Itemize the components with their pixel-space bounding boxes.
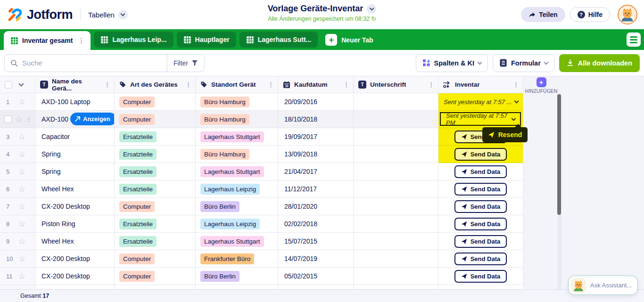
search-input[interactable]	[22, 59, 161, 67]
tab-inventar-gesamt[interactable]: Inventar gesamt⋮	[4, 31, 91, 50]
column-menu-icon[interactable]: ⋮	[267, 81, 275, 88]
column-header-inventar[interactable]: Inventar ⋮	[438, 76, 523, 93]
column-header-unterschrift[interactable]: T Unterschrift ⋮	[354, 76, 438, 93]
art-cell[interactable]: Computer	[115, 268, 196, 285]
kaufdatum-cell[interactable]: 05/02/2015	[278, 268, 354, 285]
column-header-art[interactable]: Art des Gerätes ⋮	[115, 76, 196, 93]
art-cell[interactable]: Ersatzteile	[115, 215, 196, 233]
column-header-standort[interactable]: Standort Gerät ⋮	[196, 76, 278, 93]
star-icon[interactable]: ☆	[18, 98, 25, 106]
add-column-button[interactable]: +	[537, 77, 546, 87]
send-data-button[interactable]: Send Data	[454, 235, 507, 248]
kaufdatum-cell[interactable]: 14/07/2019	[278, 250, 354, 268]
tab-hauptlager[interactable]: Hauptlager	[177, 32, 236, 48]
name-cell[interactable]: Capacitor	[35, 128, 115, 146]
send-data-button[interactable]: Send Data	[454, 165, 507, 178]
standort-cell[interactable]: Lagerhaus Stuttgart	[196, 128, 278, 146]
kaufdatum-cell[interactable]: 20/09/2016	[278, 93, 354, 111]
art-cell[interactable]: Computer	[115, 111, 196, 128]
standort-cell[interactable]: Büro Hamburg	[196, 93, 278, 111]
unterschrift-cell[interactable]	[354, 250, 438, 268]
send-data-button[interactable]: Send Data	[454, 183, 507, 196]
send-data-button[interactable]: Send Data	[454, 218, 507, 230]
kaufdatum-cell[interactable]: 15/07/2015	[278, 233, 354, 250]
column-menu-icon[interactable]: ⋮	[512, 81, 520, 88]
vertical-scrollbar-thumb[interactable]	[557, 94, 561, 215]
star-icon[interactable]: ☆	[18, 150, 25, 158]
art-cell[interactable]: Ersatzteile	[115, 180, 196, 198]
art-cell[interactable]: Ersatzteile	[115, 128, 196, 146]
kaufdatum-cell[interactable]: 19/09/2017	[278, 128, 354, 146]
star-icon[interactable]: ☆	[18, 272, 25, 280]
standort-cell[interactable]: Lagerhaus Stuttgart	[196, 233, 278, 250]
star-icon[interactable]: ☆	[18, 203, 25, 211]
column-menu-icon[interactable]: ⋮	[103, 81, 111, 88]
search-box[interactable]	[5, 55, 167, 72]
unterschrift-cell[interactable]	[354, 93, 438, 111]
art-cell[interactable]: Computer	[115, 250, 196, 268]
standort-cell[interactable]: Lagerhaus Leipzig	[196, 215, 278, 233]
standort-cell[interactable]: Lagerhaus Stuttgart	[196, 163, 278, 180]
sent-status-dropdown-open[interactable]: Sent yesterday at 7:57 PM	[440, 112, 521, 126]
unterschrift-cell[interactable]	[354, 180, 438, 198]
title-chevron-icon[interactable]	[367, 4, 376, 14]
sent-status-dropdown[interactable]: Sent yesterday at 7:57 ...	[438, 98, 523, 106]
unterschrift-cell[interactable]	[354, 111, 438, 128]
ask-assistant-widget[interactable]: Ask Assistant...	[568, 276, 638, 295]
art-cell[interactable]: Ersatzteile	[115, 146, 196, 163]
name-cell[interactable]: AXD-100 Laptop	[35, 93, 115, 111]
star-icon[interactable]: ☆	[18, 133, 25, 141]
name-cell[interactable]: Wheel Hex	[35, 233, 115, 250]
column-header-kaufdatum[interactable]: 10 Kaufdatum ⋮	[278, 76, 354, 93]
name-cell[interactable]: CX-200 Desktop	[35, 198, 115, 215]
unterschrift-cell[interactable]	[354, 215, 438, 233]
standort-cell[interactable]: Frankfurter Büro	[196, 250, 278, 268]
tab-list-button[interactable]	[627, 33, 641, 47]
send-data-button[interactable]: Send Data	[454, 253, 507, 265]
unterschrift-cell[interactable]	[354, 163, 438, 180]
filter-button[interactable]: Filter	[167, 55, 204, 72]
form-button[interactable]: Formular	[493, 54, 554, 72]
name-cell[interactable]: AXD-100 LaptopAnzeigen	[35, 111, 115, 128]
resend-tooltip[interactable]: Resend	[482, 127, 528, 142]
art-cell[interactable]: Computer	[115, 198, 196, 215]
star-icon[interactable]: ☆	[18, 220, 25, 228]
standort-cell[interactable]: Büro Berlin	[196, 268, 278, 285]
standort-cell[interactable]: Büro Hamburg	[196, 146, 278, 163]
star-icon[interactable]: ☆	[15, 115, 22, 123]
name-cell[interactable]: CX-200 Desktop	[35, 268, 115, 285]
kaufdatum-cell[interactable]: 18/10/2018	[278, 111, 354, 128]
name-cell[interactable]: Spring	[35, 146, 115, 163]
art-cell[interactable]: Ersatzteile	[115, 163, 196, 180]
star-icon[interactable]: ☆	[18, 255, 25, 263]
send-data-button[interactable]: Send Data	[454, 200, 507, 213]
new-tab-button[interactable]: + Neuer Tab	[325, 34, 373, 46]
chevron-down-icon[interactable]	[18, 81, 24, 86]
tab-menu-icon[interactable]: ⋮	[76, 37, 86, 44]
select-all-checkbox[interactable]	[5, 81, 12, 89]
row-menu-icon[interactable]: ⋮	[25, 116, 32, 123]
send-data-button[interactable]: Send Data	[454, 148, 507, 161]
name-cell[interactable]: CX-200 Desktop	[35, 250, 115, 268]
column-menu-icon[interactable]: ⋮	[342, 81, 350, 88]
send-data-button[interactable]: Send Data	[454, 270, 507, 283]
unterschrift-cell[interactable]	[354, 198, 438, 215]
standort-cell[interactable]: Büro Hamburg	[196, 111, 278, 128]
art-cell[interactable]: Computer	[115, 93, 196, 111]
columns-ai-button[interactable]: Spalten & KI	[416, 54, 488, 72]
name-cell[interactable]: Piston Ring	[35, 215, 115, 233]
kaufdatum-cell[interactable]: 21/04/2017	[278, 163, 354, 180]
anzeigen-button[interactable]: Anzeigen	[70, 113, 115, 125]
column-header-name[interactable]: T Name des Gerä... ⋮	[35, 76, 115, 93]
star-icon[interactable]: ☆	[18, 237, 25, 245]
kaufdatum-cell[interactable]: 28/01/2020	[278, 198, 354, 215]
star-icon[interactable]: ☆	[18, 168, 25, 176]
tab-lagerhaus-sutt-[interactable]: Lagerhaus Sutt...	[239, 32, 318, 48]
standort-cell[interactable]: Büro Berlin	[196, 198, 278, 215]
name-cell[interactable]: Wheel Hex	[35, 180, 115, 198]
kaufdatum-cell[interactable]: 02/02/2018	[278, 215, 354, 233]
unterschrift-cell[interactable]	[354, 146, 438, 163]
download-all-button[interactable]: Alle downloaden	[559, 54, 640, 72]
art-cell[interactable]: Ersatzteile	[115, 233, 196, 250]
tab-lagerhaus-leip-[interactable]: Lagerhaus Leip...	[94, 32, 173, 48]
